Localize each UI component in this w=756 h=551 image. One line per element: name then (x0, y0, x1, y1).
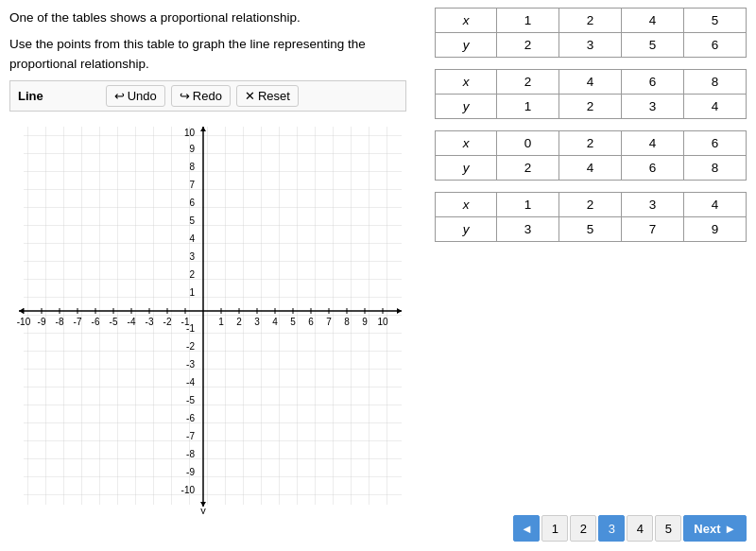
svg-text:-4: -4 (186, 377, 195, 387)
svg-text:10: 10 (184, 128, 196, 138)
svg-text:-6: -6 (92, 317, 100, 327)
svg-text:-3: -3 (146, 317, 154, 327)
svg-text:-9: -9 (186, 467, 195, 477)
undo-icon: ↩ (114, 89, 125, 103)
prev-button[interactable]: ◄ (513, 515, 540, 542)
table4-x-label: x (436, 193, 497, 217)
table3-x-label: x (436, 131, 497, 156)
svg-text:2: 2 (189, 269, 195, 280)
svg-text:-2: -2 (163, 317, 172, 327)
graph-area[interactable]: x y 1 2 3 4 5 6 7 8 9 10 -1 -2 -3 -4 -5 … (9, 117, 406, 514)
table3-x2: 2 (559, 131, 622, 156)
table3-x1: 0 (497, 131, 559, 156)
table1-x-label: x (436, 9, 497, 33)
table3-x4: 6 (684, 131, 747, 156)
svg-rect-1 (24, 127, 402, 505)
svg-text:-10: -10 (17, 317, 31, 327)
svg-text:5: 5 (189, 215, 195, 226)
page-4-button[interactable]: 4 (627, 515, 653, 542)
redo-icon: ↪ (180, 89, 190, 103)
svg-text:8: 8 (189, 162, 195, 172)
table4-x4: 4 (684, 193, 747, 217)
redo-button[interactable]: ↪ Redo (171, 85, 231, 107)
svg-text:7: 7 (189, 180, 195, 190)
page-2-button[interactable]: 2 (570, 515, 596, 542)
instruction-line2: Use the points from this table to graph … (9, 34, 425, 75)
page-1-button[interactable]: 1 (541, 515, 568, 542)
table1-x2: 2 (559, 9, 622, 33)
table4-x1: 1 (497, 193, 559, 217)
svg-text:3: 3 (254, 317, 260, 327)
svg-text:7: 7 (326, 317, 332, 327)
table-1: x 1 2 4 5 y 2 3 5 6 (435, 8, 747, 58)
table2-x4: 8 (684, 70, 747, 95)
table2-x-label: x (436, 70, 497, 95)
svg-text:8: 8 (344, 317, 350, 327)
svg-text:6: 6 (308, 317, 314, 327)
svg-text:3: 3 (189, 251, 195, 262)
pagination: ◄ 1 2 3 4 5 Next ► (513, 515, 747, 542)
table1-y2: 3 (559, 33, 622, 58)
svg-text:-7: -7 (186, 431, 195, 441)
svg-text:-9: -9 (38, 317, 46, 327)
y-axis-label: y (200, 505, 206, 514)
svg-text:-3: -3 (186, 359, 195, 370)
svg-marker-4 (19, 308, 24, 314)
table2-y4: 4 (684, 95, 747, 119)
table3-x3: 4 (622, 131, 684, 156)
table3-y-label: y (436, 156, 497, 181)
reset-label: Reset (258, 89, 290, 103)
next-button[interactable]: Next ► (683, 515, 747, 542)
table3-y1: 2 (497, 156, 559, 181)
svg-text:-8: -8 (186, 449, 195, 459)
svg-text:2: 2 (236, 317, 242, 327)
reset-button[interactable]: ✕ Reset (236, 85, 299, 107)
table4-y1: 3 (497, 217, 559, 242)
table1-x1: 1 (497, 9, 559, 33)
undo-label: Undo (128, 89, 157, 103)
table1-y-label: y (436, 33, 497, 58)
table4-y-label: y (436, 217, 497, 242)
coordinate-graph[interactable]: x y 1 2 3 4 5 6 7 8 9 10 -1 -2 -3 -4 -5 … (9, 117, 406, 514)
table2-x3: 6 (622, 70, 684, 95)
page-3-button[interactable]: 3 (598, 515, 625, 542)
svg-text:9: 9 (189, 144, 195, 154)
table1-y4: 6 (684, 33, 747, 58)
table3-y3: 6 (622, 156, 684, 181)
svg-text:-5: -5 (110, 317, 118, 327)
table2-x2: 4 (559, 70, 622, 95)
svg-text:-4: -4 (128, 317, 136, 327)
svg-text:1: 1 (189, 287, 195, 298)
svg-text:1: 1 (218, 317, 224, 327)
table1-x4: 5 (684, 9, 747, 33)
table4-x3: 3 (622, 193, 684, 217)
svg-text:6: 6 (189, 198, 195, 208)
svg-text:10: 10 (377, 317, 388, 327)
table-4: x 1 2 3 4 y 3 5 7 9 (435, 192, 747, 242)
tables-panel: x 1 2 4 5 y 2 3 5 6 x 2 4 6 8 (425, 8, 747, 543)
table2-y2: 2 (559, 95, 622, 119)
table4-y3: 7 (622, 217, 684, 242)
table-3: x 0 2 4 6 y 2 4 6 8 (435, 130, 747, 181)
table2-x1: 2 (497, 70, 559, 95)
line-tool-label: Line (18, 89, 43, 103)
table2-y3: 3 (622, 95, 684, 119)
reset-icon: ✕ (245, 89, 255, 103)
page-5-button[interactable]: 5 (655, 515, 681, 542)
table1-y1: 2 (497, 33, 559, 58)
svg-text:-6: -6 (186, 413, 195, 423)
table4-x2: 2 (559, 193, 622, 217)
svg-text:-5: -5 (186, 395, 195, 405)
svg-text:4: 4 (272, 317, 278, 327)
table3-y4: 8 (684, 156, 747, 181)
table1-x3: 4 (622, 9, 684, 33)
table1-y3: 5 (622, 33, 684, 58)
svg-text:-8: -8 (56, 317, 64, 327)
svg-text:-1: -1 (186, 323, 195, 334)
svg-text:-10: -10 (181, 485, 196, 495)
table4-y4: 9 (684, 217, 747, 242)
undo-button[interactable]: ↩ Undo (106, 85, 165, 107)
svg-text:-2: -2 (186, 341, 195, 352)
table-2: x 2 4 6 8 y 1 2 3 4 (435, 69, 747, 119)
redo-label: Redo (193, 89, 222, 103)
